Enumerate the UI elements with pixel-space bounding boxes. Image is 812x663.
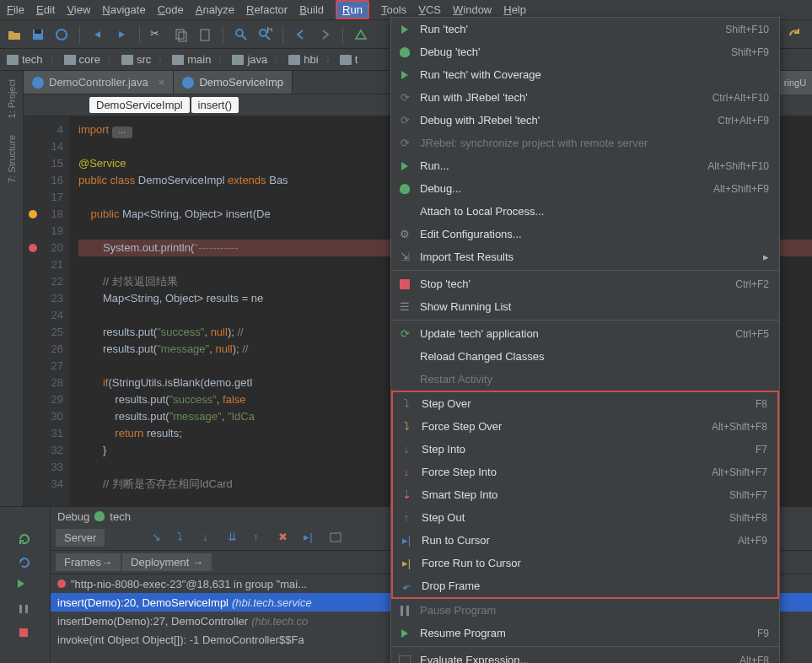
menu-item[interactable]: ⤵Force Step OverAlt+Shift+F8 xyxy=(393,415,777,438)
menu-item[interactable]: ☰Show Running List xyxy=(391,295,779,318)
menu-file[interactable]: File xyxy=(7,3,24,16)
menu-item[interactable]: Run...Alt+Shift+F10 xyxy=(391,154,779,177)
debug-server-tab[interactable]: Server xyxy=(56,529,105,547)
stop-icon[interactable] xyxy=(18,627,33,642)
menu-item[interactable]: Resume ProgramF9 xyxy=(391,622,779,644)
build-icon[interactable] xyxy=(353,27,368,42)
debug-title: Debug xyxy=(57,510,89,523)
menu-item[interactable]: ↓Step IntoF7 xyxy=(393,438,777,461)
crumb-java[interactable]: java xyxy=(232,53,283,66)
menu-item[interactable]: ↑Step OutShift+F8 xyxy=(393,506,777,529)
close-icon[interactable]: × xyxy=(159,76,165,89)
menu-item[interactable]: ⚙Edit Configurations... xyxy=(391,223,779,245)
forward-icon[interactable] xyxy=(317,27,332,42)
menu-item[interactable]: Evaluate Expression...Alt+F8 xyxy=(391,649,779,663)
smartstep-icon: ⇣ xyxy=(400,488,413,502)
frames-tab[interactable]: Frames→ xyxy=(56,553,121,571)
undo-icon[interactable] xyxy=(90,27,105,42)
menu-item[interactable]: Stop 'tech'Ctrl+F2 xyxy=(391,272,779,295)
step-over-tb-icon[interactable]: ⤵ xyxy=(177,531,192,546)
menu-item[interactable]: ↓Force Step IntoAlt+Shift+F7 xyxy=(393,461,777,483)
open-icon[interactable] xyxy=(7,27,22,42)
menu-item[interactable]: Run 'tech'Shift+F10 xyxy=(391,18,779,40)
evaluate-tb-icon[interactable] xyxy=(329,531,344,546)
crumb-method[interactable]: insert() xyxy=(191,97,239,113)
paste-icon[interactable] xyxy=(197,27,212,42)
svg-rect-5 xyxy=(201,30,209,40)
menu-item[interactable]: Reload Changed Classes xyxy=(391,345,779,368)
find-icon[interactable] xyxy=(234,27,249,42)
force-step-into-tb-icon[interactable]: ⇊ xyxy=(228,531,243,546)
drop-frame-tb-icon[interactable]: ✖ xyxy=(278,531,293,546)
crumb-src[interactable]: src xyxy=(121,53,167,66)
reload-icon[interactable] xyxy=(18,556,33,571)
menu-item[interactable]: ⟳Update 'tech' applicationCtrl+F5 xyxy=(391,322,779,345)
crumb-t[interactable]: t xyxy=(340,53,365,66)
menu-item: Restart Activity xyxy=(391,368,779,391)
resume-icon[interactable] xyxy=(18,579,33,595)
editor-tab[interactable]: DemoController.java× xyxy=(24,71,174,94)
menu-item[interactable]: ▸|Force Run to Cursor xyxy=(393,552,777,574)
copy-icon[interactable] xyxy=(174,27,189,42)
rerun-icon[interactable] xyxy=(18,532,33,547)
menu-refactor[interactable]: Refactor xyxy=(246,3,288,16)
save-icon[interactable] xyxy=(30,27,46,42)
sync-icon[interactable] xyxy=(54,27,69,42)
project-tool-tab[interactable]: 1: Project xyxy=(7,79,17,118)
menu-item[interactable]: ⇣Smart Step IntoShift+F7 xyxy=(393,483,777,506)
menu-help[interactable]: Help xyxy=(503,3,526,16)
menu-build[interactable]: Build xyxy=(299,3,324,16)
svg-rect-11 xyxy=(19,605,22,613)
menu-item[interactable]: ⟳Run with JRebel 'tech'Ctrl+Alt+F10 xyxy=(391,86,779,109)
redo-toolbar-icon[interactable] xyxy=(787,27,804,46)
menu-navigate[interactable]: Navigate xyxy=(102,3,145,16)
crumb-class[interactable]: DemoServiceImpl xyxy=(89,97,190,113)
back-icon[interactable] xyxy=(293,27,309,42)
run-to-cursor-tb-icon[interactable]: ▸| xyxy=(304,531,319,546)
crumb-tech[interactable]: tech xyxy=(7,53,59,66)
menu-item[interactable]: ⟳Debug with JRebel 'tech'Ctrl+Alt+F9 xyxy=(391,109,779,132)
menu-item[interactable]: ▸|Run to CursorAlt+F9 xyxy=(393,529,777,552)
gutter: 4141516171819202122232425262728293031323… xyxy=(24,116,70,506)
menu-item[interactable]: Attach to Local Process... xyxy=(391,200,779,223)
editor-tab-overflow[interactable]: ringU xyxy=(778,71,812,94)
fstepover-icon: ⤵ xyxy=(400,420,413,434)
menu-item[interactable]: ⤵Step OverF8 xyxy=(393,392,777,415)
show-exec-point-icon[interactable]: ↘ xyxy=(152,531,167,546)
svg-point-6 xyxy=(236,30,243,36)
pause-icon[interactable] xyxy=(18,603,33,618)
fstepinto-icon: ↓ xyxy=(400,466,413,479)
redo-icon[interactable] xyxy=(114,27,129,42)
blank-icon xyxy=(398,350,411,364)
stepinto-icon: ↓ xyxy=(400,443,413,456)
step-into-tb-icon[interactable]: ↓ xyxy=(202,531,218,546)
menu-item[interactable]: Debug...Alt+Shift+F9 xyxy=(391,177,779,200)
menu-code[interactable]: Code xyxy=(158,3,184,16)
menu-item[interactable]: ⬐Drop Frame xyxy=(393,574,777,597)
menu-analyze[interactable]: Analyze xyxy=(196,3,234,16)
structure-tool-tab[interactable]: 7: Structure xyxy=(7,135,17,183)
crumb-hbi[interactable]: hbi xyxy=(288,53,334,66)
menu-vcs[interactable]: VCS xyxy=(418,3,441,16)
menu-tools[interactable]: Tools xyxy=(381,3,406,16)
svg-rect-16 xyxy=(401,606,403,616)
run-menu-dropdown: Run 'tech'Shift+F10Debug 'tech'Shift+F9R… xyxy=(390,17,780,663)
crumb-core[interactable]: core xyxy=(64,53,116,66)
menu-item[interactable]: Debug 'tech'Shift+F9 xyxy=(391,40,779,63)
play-icon xyxy=(398,68,411,82)
cut-icon[interactable]: ✂ xyxy=(150,27,165,42)
menu-item[interactable]: ⇲Import Test Results▸ xyxy=(391,245,779,268)
menu-item[interactable]: Run 'tech' with Coverage xyxy=(391,63,779,86)
menu-run[interactable]: Run xyxy=(336,0,369,19)
editor-tab[interactable]: DemoServiceImp xyxy=(174,71,293,94)
menu-edit[interactable]: Edit xyxy=(36,3,55,16)
debug-side-toolbar xyxy=(0,507,51,663)
svg-point-8 xyxy=(260,30,266,36)
crumb-main[interactable]: main xyxy=(172,53,227,66)
replace-icon[interactable]: R xyxy=(257,27,272,42)
step-out-tb-icon[interactable]: ↑ xyxy=(253,531,268,546)
menu-window[interactable]: Window xyxy=(453,3,492,16)
deployment-tab[interactable]: Deployment → xyxy=(122,553,212,571)
menu-view[interactable]: View xyxy=(67,3,90,16)
svg-rect-18 xyxy=(399,655,411,664)
